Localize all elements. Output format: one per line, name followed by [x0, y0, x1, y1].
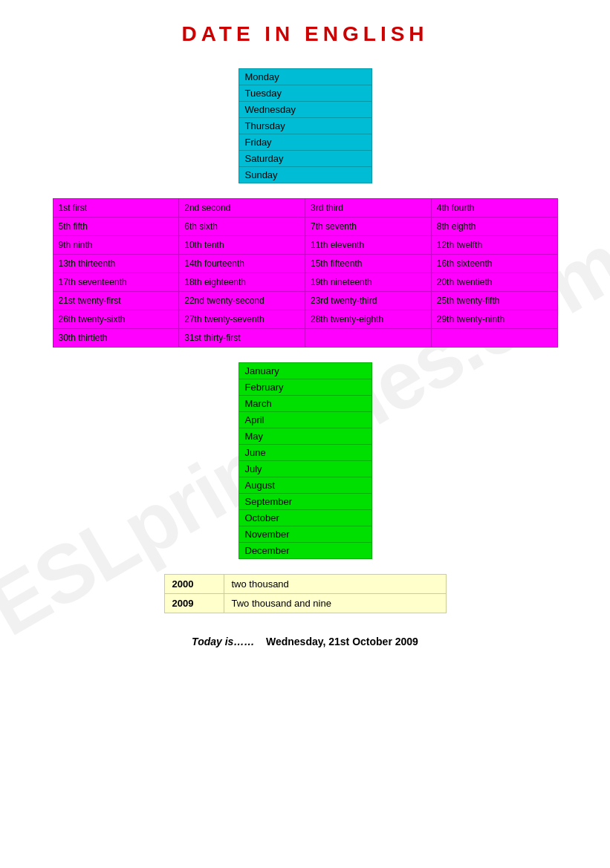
ordinal-cell: 19th nineteenth	[305, 273, 432, 292]
month-cell: August	[239, 477, 371, 494]
ordinal-cell: 8th eighth	[431, 218, 557, 236]
today-prefix: Today is……	[192, 636, 254, 647]
month-cell: September	[239, 494, 371, 510]
ordinal-cell: 27th twenty-seventh	[179, 310, 305, 329]
month-cell: January	[239, 363, 371, 379]
ordinal-cell: 11th eleventh	[305, 236, 432, 255]
month-cell: June	[239, 445, 371, 461]
day-cell: Saturday	[239, 151, 371, 167]
year-label: two thousand	[224, 575, 446, 594]
ordinal-cell: 4th fourth	[431, 199, 557, 218]
ordinal-cell	[431, 329, 557, 347]
ordinal-cell: 16th sixteenth	[431, 255, 557, 273]
ordinal-cell: 26th twenty-sixth	[53, 310, 179, 329]
ordinal-cell: 14th fourteenth	[179, 255, 305, 273]
ordinal-cell: 30th thirtieth	[53, 329, 179, 347]
year-number: 2000	[164, 575, 224, 594]
year-label: Two thousand and nine	[224, 594, 446, 613]
months-table: JanuaryFebruaryMarchAprilMayJuneJulyAugu…	[239, 362, 372, 559]
ordinal-cell: 25th twenty-fifth	[431, 292, 557, 310]
days-table: MondayTuesdayWednesdayThursdayFridaySatu…	[239, 68, 372, 183]
month-cell: July	[239, 461, 371, 477]
today-line: Today is…… Wednesday, 21st October 2009	[192, 636, 418, 647]
page-title: DATE IN ENGLISH	[181, 22, 428, 46]
month-cell: October	[239, 510, 371, 526]
day-cell: Wednesday	[239, 102, 371, 118]
ordinal-cell	[305, 329, 432, 347]
ordinal-cell: 6th sixth	[179, 218, 305, 236]
month-cell: April	[239, 412, 371, 428]
ordinal-cell: 20th twentieth	[431, 273, 557, 292]
day-cell: Tuesday	[239, 85, 371, 102]
ordinal-cell: 10th tenth	[179, 236, 305, 255]
ordinal-cell: 28th twenty-eighth	[305, 310, 432, 329]
month-cell: December	[239, 543, 371, 559]
day-cell: Sunday	[239, 167, 371, 183]
ordinal-cell: 15th fifteenth	[305, 255, 432, 273]
ordinal-cell: 9th ninth	[53, 236, 179, 255]
month-cell: March	[239, 396, 371, 412]
day-cell: Monday	[239, 69, 371, 85]
ordinal-cell: 29th twenty-ninth	[431, 310, 557, 329]
ordinal-cell: 23rd twenty-third	[305, 292, 432, 310]
ordinal-cell: 5th fifth	[53, 218, 179, 236]
ordinal-cell: 3rd third	[305, 199, 432, 218]
ordinal-cell: 12th twelfth	[431, 236, 557, 255]
month-cell: November	[239, 526, 371, 543]
month-cell: February	[239, 379, 371, 396]
year-number: 2009	[164, 594, 224, 613]
month-cell: May	[239, 428, 371, 445]
day-cell: Friday	[239, 134, 371, 151]
ordinal-cell: 1st first	[53, 199, 179, 218]
ordinal-cell: 2nd second	[179, 199, 305, 218]
ordinal-cell: 13th thirteenth	[53, 255, 179, 273]
today-value: Wednesday, 21st October 2009	[266, 636, 418, 647]
ordinals-table: 1st first2nd second3rd third4th fourth5t…	[53, 198, 558, 347]
ordinal-cell: 31st thirty-first	[179, 329, 305, 347]
ordinal-cell: 18th eighteenth	[179, 273, 305, 292]
years-table: 2000two thousand2009Two thousand and nin…	[164, 574, 447, 613]
page-content: DATE IN ENGLISH MondayTuesdayWednesdayTh…	[30, 22, 580, 647]
ordinal-cell: 22nd twenty-second	[179, 292, 305, 310]
ordinal-cell: 17th seventeenth	[53, 273, 179, 292]
day-cell: Thursday	[239, 118, 371, 134]
ordinal-cell: 7th seventh	[305, 218, 432, 236]
ordinal-cell: 21st twenty-first	[53, 292, 179, 310]
